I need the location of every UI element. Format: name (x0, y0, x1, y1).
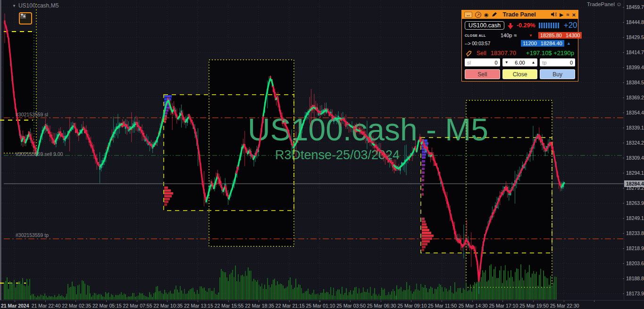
panel-symbol-field[interactable]: US100.cash (465, 21, 504, 30)
mt5-terminal: { "window": { "symbol_label": "US100.cas… (0, 0, 644, 309)
waves-icon[interactable]: ≈ (566, 12, 569, 17)
time-tick: 22 Mar 02:35 (62, 303, 91, 309)
tp-value: 0 (570, 60, 573, 65)
trade-panel: ↔ ↗ ◉ Trade Panel ▶ ≈ × US100.cash -0.29… (461, 10, 578, 81)
price-tick: 18429.55 (626, 34, 644, 40)
sl-placeholder: sl (467, 60, 471, 65)
price-tick: 18459.70 (626, 4, 644, 10)
down-arrow-icon (508, 25, 513, 29)
sl-value: 0 (495, 60, 498, 65)
lot-stepper[interactable]: ▼ 6.00 ▲ (502, 58, 538, 66)
sl-line-label: #302153559 sl (16, 112, 48, 117)
dock-toggle-icon[interactable]: ↔ (464, 12, 472, 18)
eye-icon[interactable]: ◉ (484, 12, 489, 17)
spread-label: 140p (501, 33, 512, 38)
price-tick: 18173.95 (626, 291, 644, 296)
price-tick: 18339.10 (626, 125, 644, 130)
price-tick: 18444.85 (626, 19, 644, 25)
tp-line-label: #302153559 tp (16, 232, 49, 238)
time-tick: 25 Mar 06:30 (367, 303, 396, 309)
ask-price-row: 18285.80 14300 (538, 32, 582, 39)
time-tick: 25 Mar 09:10 (397, 303, 427, 309)
time-axis[interactable]: 21 Mar 202421 Mar 22:4022 Mar 02:3522 Ma… (0, 300, 644, 309)
lot-value: 6.00 (515, 60, 525, 65)
chevron-down-icon: ▼ (12, 4, 16, 8)
price-tick: 18279.25 (626, 185, 644, 191)
position-profit: +197.10$ +2190p (526, 49, 574, 57)
price-tick: 18249.10 (626, 215, 644, 221)
ask-volume: 14300 (566, 32, 580, 39)
price-axis[interactable]: 18284.40 18459.7018444.8518429.5518414.7… (624, 0, 644, 300)
play-icon[interactable]: ▶ (560, 12, 563, 17)
chart-symbol-label[interactable]: ▼ US100.cash,M5 (12, 2, 59, 9)
time-tick: 25 Mar 22:30 (550, 303, 579, 309)
pencil-icon[interactable] (492, 12, 497, 18)
ask-arrow-icon: ▼ (529, 33, 533, 38)
tp-input[interactable]: tp 0 (540, 58, 575, 66)
change-percent: -0.29% (517, 22, 535, 29)
time-tick: 25 Mar 17:10 (489, 303, 518, 309)
indicator-name: TradePanel (587, 1, 615, 7)
sell-button[interactable]: Sell (465, 69, 500, 79)
time-tick: 21 Mar 2024 (1, 303, 29, 309)
bid-arrow-icon: ▲ (567, 41, 571, 46)
trade-panel-titlebar[interactable]: ↔ ↗ ◉ Trade Panel ▶ ≈ × (462, 10, 578, 19)
symbol-period-text: US100.cash,M5 (18, 2, 59, 9)
price-tick: 18309.40 (626, 155, 644, 161)
bid-volume: 11200 (523, 40, 537, 47)
sliders-icon (20, 13, 26, 19)
sl-input[interactable]: sl 0 (465, 58, 500, 66)
tp-placeholder: tp (542, 60, 546, 65)
price-tick: 18218.95 (626, 245, 644, 251)
price-tick: 18324.25 (626, 140, 644, 146)
price-tick: 18263.95 (626, 200, 644, 206)
time-tick: 22 Mar 13:15 (184, 303, 213, 309)
price-tick: 18233.80 (626, 230, 644, 236)
time-tick: 25 Mar 03:50 (336, 303, 366, 309)
close-icon[interactable]: × (572, 12, 576, 17)
price-tick: 18399.40 (626, 65, 644, 70)
buy-button[interactable]: Buy (540, 69, 575, 79)
smiley-icon: ☺ (616, 1, 622, 7)
ask-price: 18285.80 (540, 32, 562, 39)
time-tick: 25 Mar 14:30 (459, 303, 488, 309)
indicator-corner-label: TradePanel ☺ (587, 1, 622, 7)
time-axis-ticks (15, 301, 623, 302)
lot-decrease-button[interactable]: ▼ (505, 60, 509, 65)
spread-waves-icon: ≈ (514, 33, 517, 38)
close-button[interactable]: Close (502, 69, 538, 79)
entry-line-label: #302153559 sell 9.00 (16, 151, 63, 157)
globe-icon[interactable]: ↗ (475, 12, 481, 18)
position-side: Sell (477, 50, 486, 57)
time-tick: 22 Mar 21:15 (276, 303, 305, 309)
price-tick: 18294.10 (626, 170, 644, 176)
time-tick: 25 Mar 01:10 (306, 303, 335, 309)
close-all-button[interactable]: CLOSE ALL (465, 33, 486, 38)
price-tick: 18414.70 (626, 49, 644, 55)
position-icon (466, 50, 472, 57)
strength-meter (539, 23, 559, 28)
time-tick: 25 Mar 19:50 (519, 303, 549, 309)
time-tick: 22 Mar 15:55 (215, 303, 244, 309)
quick-panel-button[interactable] (19, 12, 32, 24)
time-tick: 22 Mar 07:55 (123, 303, 152, 309)
bid-price-row: 11200 18284.40 (521, 40, 564, 47)
time-tick: 22 Mar 05:15 (92, 303, 122, 309)
time-tick: 21 Mar 22:40 (32, 303, 61, 309)
price-tick: 18203.65 (626, 260, 644, 266)
price-tick: 18369.25 (626, 95, 644, 100)
time-tick: 25 Mar 11:50 (428, 303, 457, 309)
position-open-price: 18307.70 (491, 49, 516, 57)
price-tick: 18188.80 (626, 276, 644, 281)
time-tick: 22 Mar 10:35 (153, 303, 183, 309)
price-tick: 18354.40 (626, 110, 644, 115)
trade-panel-title: Trade Panel (503, 11, 536, 18)
timer-label: --> 00:03:57 (465, 41, 490, 46)
lot-increase-button[interactable]: ▲ (531, 60, 535, 65)
price-tick: 18384.55 (626, 80, 644, 85)
time-tick: 22 Mar 18:35 (245, 303, 274, 309)
strength-value: +20 (564, 21, 577, 30)
bid-price: 18284.40 (541, 40, 562, 47)
speaker-icon[interactable] (551, 12, 557, 18)
